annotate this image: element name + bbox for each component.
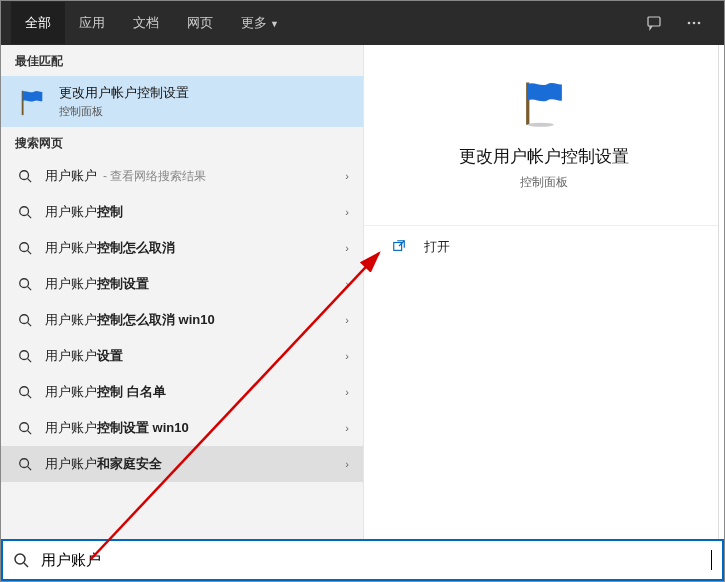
web-result-item[interactable]: 用户账户控制设置› <box>1 266 363 302</box>
web-result-label: 用户账户控制设置 win10 <box>45 419 189 437</box>
flag-icon <box>15 85 49 119</box>
chevron-right-icon: › <box>345 242 349 254</box>
web-result-label: 用户账户设置 <box>45 347 123 365</box>
svg-line-9 <box>28 251 32 255</box>
svg-line-19 <box>28 431 32 435</box>
search-icon <box>13 552 33 568</box>
svg-point-3 <box>698 22 701 25</box>
options-icon[interactable] <box>674 15 714 31</box>
feedback-icon[interactable] <box>634 15 674 31</box>
results-body: 最佳匹配 更改用户帐户控制设置 控制面板 搜索网页 用户账户 - 查看网络搜索结… <box>1 45 724 539</box>
tab-web[interactable]: 网页 <box>173 2 227 44</box>
web-result-label: 用户账户控制 <box>45 203 123 221</box>
search-icon <box>15 241 35 255</box>
search-bar[interactable] <box>1 539 724 581</box>
svg-point-12 <box>20 315 29 324</box>
search-icon <box>15 421 35 435</box>
web-result-item[interactable]: 用户账户设置› <box>1 338 363 374</box>
right-edge <box>718 45 724 539</box>
web-result-label: 用户账户控制 白名单 <box>45 383 166 401</box>
chevron-right-icon: › <box>345 458 349 470</box>
svg-line-11 <box>28 287 32 291</box>
web-result-aux: - 查看网络搜索结果 <box>103 168 206 185</box>
svg-point-10 <box>20 279 29 288</box>
web-result-label: 用户账户控制怎么取消 win10 <box>45 311 215 329</box>
search-icon <box>15 313 35 327</box>
chevron-right-icon: › <box>345 170 349 182</box>
svg-line-21 <box>28 467 32 471</box>
chevron-right-icon: › <box>345 314 349 326</box>
search-icon <box>15 277 35 291</box>
preview-subtitle: 控制面板 <box>384 174 704 191</box>
chevron-down-icon: ▼ <box>270 19 279 29</box>
flag-icon-large <box>512 75 576 129</box>
best-match-title: 更改用户帐户控制设置 <box>59 84 189 102</box>
web-result-label: 用户账户 <box>45 167 97 185</box>
svg-point-8 <box>20 243 29 252</box>
svg-rect-23 <box>394 242 402 250</box>
results-list: 最佳匹配 更改用户帐户控制设置 控制面板 搜索网页 用户账户 - 查看网络搜索结… <box>1 45 363 539</box>
web-result-label: 用户账户控制怎么取消 <box>45 239 175 257</box>
web-result-label: 用户账户控制设置 <box>45 275 149 293</box>
web-result-item[interactable]: 用户账户控制怎么取消 win10› <box>1 302 363 338</box>
svg-point-6 <box>20 207 29 216</box>
svg-point-20 <box>20 459 29 468</box>
svg-line-13 <box>28 323 32 327</box>
section-best-match: 最佳匹配 <box>1 45 363 76</box>
svg-point-16 <box>20 387 29 396</box>
open-action[interactable]: 打开 <box>364 226 724 268</box>
svg-line-17 <box>28 395 32 399</box>
tab-apps[interactable]: 应用 <box>65 2 119 44</box>
svg-line-7 <box>28 215 32 219</box>
search-icon <box>15 349 35 363</box>
search-icon <box>15 457 35 471</box>
preview-panel: 更改用户帐户控制设置 控制面板 打开 <box>363 45 724 539</box>
web-result-item[interactable]: 用户账户控制› <box>1 194 363 230</box>
best-match-subtitle: 控制面板 <box>59 104 189 119</box>
chevron-right-icon: › <box>345 422 349 434</box>
header-tabs: 全部 应用 文档 网页 更多▼ <box>1 1 724 45</box>
svg-point-25 <box>15 554 25 564</box>
web-result-item[interactable]: 用户账户 - 查看网络搜索结果› <box>1 158 363 194</box>
tab-docs[interactable]: 文档 <box>119 2 173 44</box>
web-result-item[interactable]: 用户账户和家庭安全› <box>1 446 363 482</box>
chevron-right-icon: › <box>345 206 349 218</box>
svg-line-26 <box>24 563 28 567</box>
chevron-right-icon: › <box>345 386 349 398</box>
svg-line-15 <box>28 359 32 363</box>
svg-point-2 <box>693 22 696 25</box>
open-icon <box>392 239 410 256</box>
best-match-text: 更改用户帐户控制设置 控制面板 <box>59 84 189 119</box>
svg-point-18 <box>20 423 29 432</box>
chevron-right-icon: › <box>345 278 349 290</box>
chevron-right-icon: › <box>345 350 349 362</box>
svg-point-22 <box>528 123 554 127</box>
search-icon <box>15 169 35 183</box>
tab-all[interactable]: 全部 <box>11 2 65 44</box>
tab-more[interactable]: 更多▼ <box>227 2 293 44</box>
search-input[interactable] <box>41 552 713 569</box>
svg-line-5 <box>28 179 32 183</box>
best-match-item[interactable]: 更改用户帐户控制设置 控制面板 <box>1 76 363 127</box>
section-web-search: 搜索网页 <box>1 127 363 158</box>
web-result-item[interactable]: 用户账户控制 白名单› <box>1 374 363 410</box>
web-result-item[interactable]: 用户账户控制设置 win10› <box>1 410 363 446</box>
search-window: 全部 应用 文档 网页 更多▼ 最佳匹配 <box>0 0 725 582</box>
search-icon <box>15 385 35 399</box>
text-caret <box>711 550 712 570</box>
search-icon <box>15 205 35 219</box>
svg-point-14 <box>20 351 29 360</box>
web-result-label: 用户账户和家庭安全 <box>45 455 162 473</box>
web-result-item[interactable]: 用户账户控制怎么取消› <box>1 230 363 266</box>
svg-point-4 <box>20 171 29 180</box>
open-label: 打开 <box>424 238 450 256</box>
svg-point-1 <box>688 22 691 25</box>
preview-title: 更改用户帐户控制设置 <box>384 145 704 168</box>
svg-rect-0 <box>648 17 660 26</box>
